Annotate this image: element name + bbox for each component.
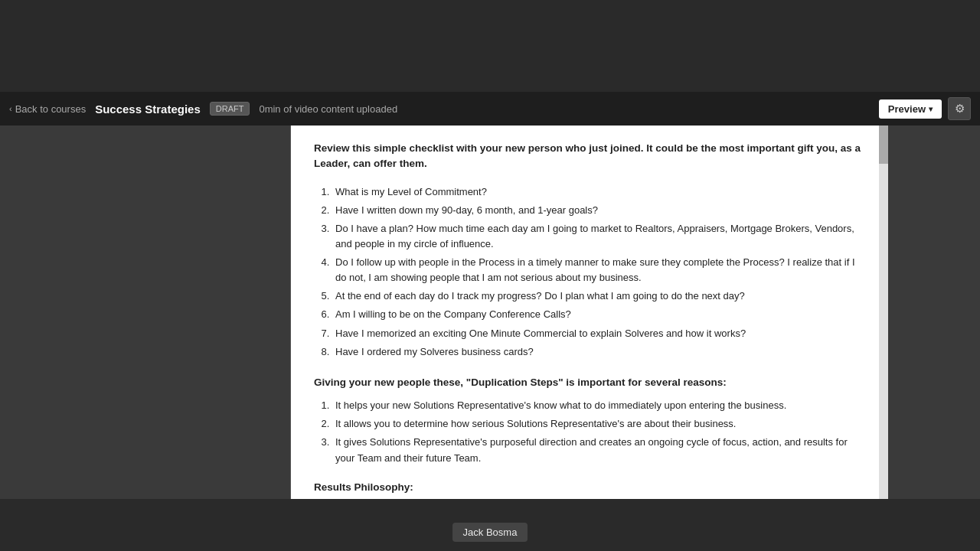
bottom-bar: Jack Bosma bbox=[0, 499, 980, 551]
preview-caret-icon: ▾ bbox=[929, 105, 933, 113]
scrollbar-thumb[interactable] bbox=[879, 126, 888, 164]
left-panel bbox=[0, 126, 291, 551]
list-item: It allows you to determine how serious S… bbox=[332, 416, 865, 432]
right-panel bbox=[888, 126, 980, 551]
preview-label: Preview bbox=[888, 103, 926, 115]
list-item: Do I follow up with people in the Proces… bbox=[332, 255, 865, 285]
list-item: At the end of each day do I track my pro… bbox=[332, 289, 865, 304]
settings-button[interactable]: ⚙ bbox=[948, 97, 971, 120]
toolbar-right: Preview ▾ ⚙ bbox=[879, 97, 971, 120]
main-area: Review this simple checklist with your n… bbox=[0, 126, 980, 551]
list-item: Have I ordered my Solveres business card… bbox=[332, 344, 865, 360]
content-area[interactable]: Review this simple checklist with your n… bbox=[291, 126, 888, 551]
intro-text: Review this simple checklist with your n… bbox=[314, 141, 865, 172]
video-area bbox=[0, 0, 980, 92]
list-item: Do I have a plan? How much time each day… bbox=[332, 221, 865, 252]
gear-icon: ⚙ bbox=[955, 102, 965, 116]
toolbar: ‹ Back to courses Success Strategies DRA… bbox=[0, 92, 980, 126]
duplication-list: It helps your new Solutions Representati… bbox=[314, 398, 865, 466]
results-heading: Results Philosophy: bbox=[314, 481, 865, 493]
user-tooltip: Jack Bosma bbox=[452, 523, 528, 542]
draft-badge: DRAFT bbox=[210, 102, 250, 116]
list-item: What is my Level of Commitment? bbox=[332, 184, 865, 200]
back-chevron-icon: ‹ bbox=[9, 104, 12, 113]
list-item: It gives Solutions Representative's purp… bbox=[332, 435, 865, 465]
video-info: 0min of video content uploaded bbox=[259, 103, 869, 115]
list-item: Am I willing to be on the Company Confer… bbox=[332, 307, 865, 322]
back-to-courses-link[interactable]: ‹ Back to courses bbox=[9, 103, 86, 115]
duplication-heading: Giving your new people these, "Duplicati… bbox=[314, 375, 865, 390]
list-item: It helps your new Solutions Representati… bbox=[332, 398, 865, 413]
scrollbar-track[interactable] bbox=[879, 126, 888, 551]
preview-button[interactable]: Preview ▾ bbox=[879, 99, 942, 119]
checklist: What is my Level of Commitment? Have I w… bbox=[314, 184, 865, 360]
course-title: Success Strategies bbox=[95, 103, 201, 116]
back-label: Back to courses bbox=[15, 103, 87, 115]
list-item: Have I written down my 90-day, 6 month, … bbox=[332, 203, 865, 218]
list-item: Have I memorized an exciting One Minute … bbox=[332, 326, 865, 341]
